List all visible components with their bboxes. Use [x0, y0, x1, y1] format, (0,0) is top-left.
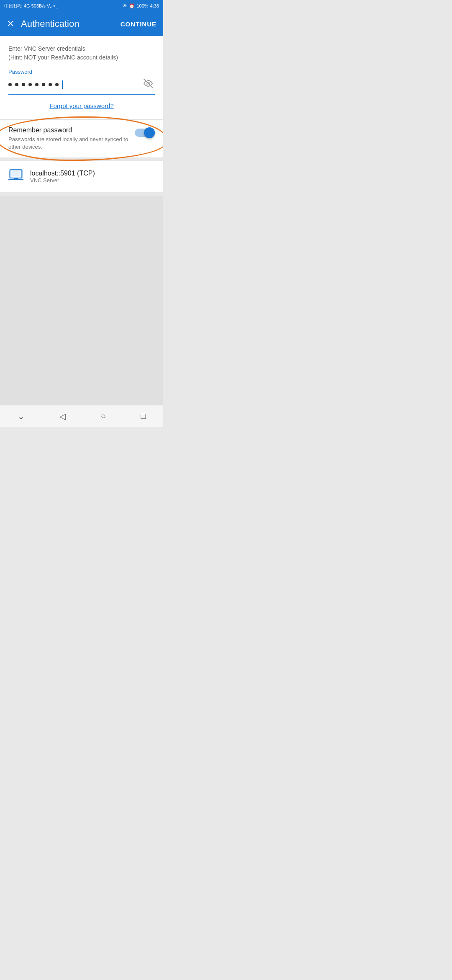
carrier-text: 中国移动	[4, 3, 23, 9]
dot-5	[35, 83, 39, 86]
nav-recents-button[interactable]: □	[132, 408, 154, 424]
battery-text: 100%	[136, 3, 148, 8]
credentials-card: Enter VNC Server credentials (Hint: NOT …	[0, 36, 163, 157]
status-right: 👁 ⏰ 100% 4:38	[123, 3, 159, 9]
svg-rect-1	[11, 171, 21, 177]
signal-text: 4G	[24, 3, 30, 8]
remember-text-block: Remember password Passwords are stored l…	[8, 126, 130, 151]
server-type-label: VNC Server	[30, 177, 95, 183]
server-laptop-icon	[8, 168, 23, 186]
svg-rect-3	[14, 178, 18, 179]
password-field[interactable]	[8, 77, 155, 95]
forgot-password-link[interactable]: Forgot your password?	[8, 96, 155, 115]
dot-6	[42, 83, 45, 86]
page-title: Authentication	[21, 18, 121, 29]
app-bar: ✕ Authentication CONTINUE	[0, 12, 163, 36]
status-left: 中国移动 4G 503B/s V₂ >_	[4, 3, 58, 9]
credentials-section: Enter VNC Server credentials (Hint: NOT …	[0, 36, 163, 119]
nav-chevron-down-button[interactable]: ⌄	[9, 408, 33, 425]
speed-text: 503B/s	[31, 3, 46, 8]
nav-back-button[interactable]: ◁	[51, 408, 74, 425]
dot-4	[28, 83, 32, 86]
remember-password-subtitle: Passwords are stored locally and never s…	[8, 136, 130, 151]
dot-8	[55, 83, 59, 86]
dot-2	[15, 83, 18, 86]
bottom-navigation: ⌄ ◁ ○ □	[0, 405, 163, 427]
toggle-wrapper[interactable]	[135, 126, 155, 138]
password-dots-display	[8, 77, 141, 92]
vpn-text: V₂ >_	[47, 3, 58, 9]
hint-text: Enter VNC Server credentials (Hint: NOT …	[8, 44, 155, 62]
toggle-password-visibility-icon[interactable]	[141, 77, 155, 92]
continue-button[interactable]: CONTINUE	[121, 21, 157, 28]
remember-password-title: Remember password	[8, 126, 130, 134]
dot-3	[22, 83, 25, 86]
dot-7	[49, 83, 52, 86]
remember-password-section: Remember password Passwords are stored l…	[0, 120, 163, 157]
gray-background-area	[0, 196, 163, 405]
nav-home-button[interactable]: ○	[92, 408, 114, 424]
password-label: Password	[8, 69, 155, 75]
status-bar: 中国移动 4G 503B/s V₂ >_ 👁 ⏰ 100% 4:38	[0, 0, 163, 12]
eye-status-icon: 👁	[123, 3, 127, 8]
server-text-block: localhost::5901 (TCP) VNC Server	[30, 170, 95, 183]
server-address: localhost::5901 (TCP)	[30, 170, 95, 177]
time-text: 4:38	[150, 3, 159, 8]
remember-password-toggle[interactable]	[135, 127, 155, 138]
dot-1	[8, 83, 12, 86]
alarm-icon: ⏰	[129, 3, 135, 9]
server-section: localhost::5901 (TCP) VNC Server	[0, 161, 163, 192]
text-cursor	[62, 80, 63, 89]
close-button[interactable]: ✕	[7, 18, 14, 29]
svg-rect-2	[8, 179, 23, 180]
toggle-thumb	[144, 127, 155, 138]
